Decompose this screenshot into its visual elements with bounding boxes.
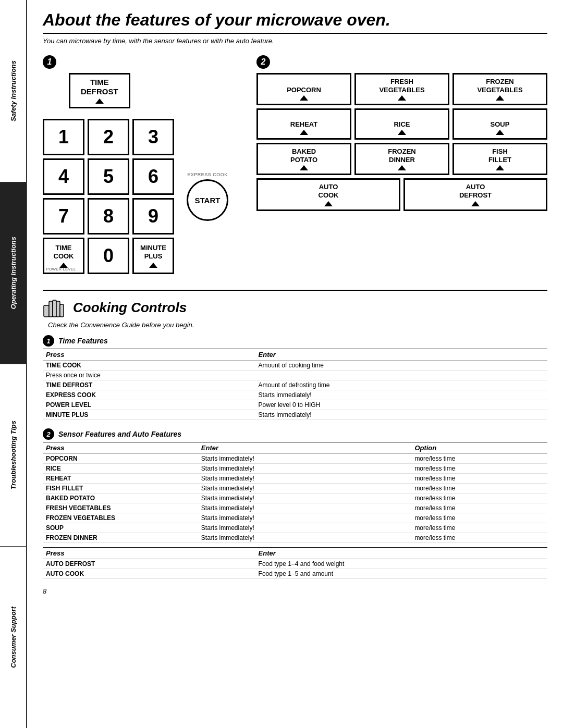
- auto-cook-enter: Food type 1–5 and amount: [255, 569, 547, 579]
- s-rice-press: RICE: [43, 464, 198, 474]
- s-frozen-veg-option: more/less time: [411, 513, 547, 523]
- key-7[interactable]: 7: [43, 198, 84, 235]
- row-time-defrost-enter: Amount of defrosting time: [255, 380, 547, 390]
- table-row: FRESH VEGETABLES Starts immediately! mor…: [43, 503, 547, 513]
- sensor-row-3: BAKEDPOTATO FROZENDINNER FISHFILLET: [256, 143, 547, 175]
- auto-defrost-press: AUTO DEFROST: [43, 559, 255, 569]
- key-minute-plus[interactable]: MINUTEPLUS: [132, 238, 174, 274]
- sidebar-troubleshooting: Troubleshooting Tips: [0, 364, 26, 547]
- s-reheat-press: REHEAT: [43, 474, 198, 484]
- time-cook-label: TIMECOOK: [54, 244, 74, 260]
- page-number: 8: [43, 587, 547, 595]
- sensor-features-table: Press Enter Option POPCORN Starts immedi…: [43, 442, 547, 543]
- fresh-veg-label: FRESHVEGETABLES: [379, 78, 424, 94]
- time-defrost-label: TIMEDEFROST: [81, 78, 118, 96]
- sidebar-consumer: Consumer Support: [0, 547, 26, 729]
- s-fish-enter: Starts immediately!: [198, 484, 412, 493]
- sensor-auto-cook[interactable]: AUTOCOOK: [256, 178, 400, 211]
- sensor-option-header: Option: [411, 442, 547, 454]
- key-1[interactable]: 1: [43, 119, 84, 155]
- sensor-fish-fillet[interactable]: FISHFILLET: [452, 143, 547, 175]
- sensor-rice[interactable]: RICE: [354, 108, 449, 140]
- svg-rect-0: [44, 305, 49, 317]
- key-time-cook[interactable]: POWER LEVEL TIMECOOK: [43, 238, 84, 274]
- table-row: POWER LEVEL Power level 0 to HIGH: [43, 400, 547, 410]
- s-fish-press: FISH FILLET: [43, 484, 198, 493]
- baked-potato-label: BAKEDPOTATO: [290, 147, 317, 164]
- reheat-label: REHEAT: [290, 120, 317, 129]
- key-6[interactable]: 6: [132, 158, 174, 195]
- sensor-frozen-veg[interactable]: FROZENVEGETABLES: [452, 73, 547, 105]
- auto-cook-press: AUTO COOK: [43, 569, 255, 579]
- row-express-cook-enter: Starts immediately!: [255, 390, 547, 400]
- row-power-level-enter: Power level 0 to HIGH: [255, 400, 547, 410]
- sidebar-safety: Safety Instructions: [0, 0, 26, 182]
- key-8[interactable]: 8: [88, 198, 129, 235]
- auto-cook-label: AUTOCOOK: [319, 183, 339, 199]
- key-5[interactable]: 5: [88, 158, 129, 195]
- time-features-section: 1 Time Features Press Enter TIME COOK Am…: [43, 335, 547, 420]
- row-minute-plus-press: MINUTE PLUS: [43, 410, 255, 420]
- sensor-enter-header: Enter: [198, 442, 412, 454]
- s-frozen-dinner-option: more/less time: [411, 533, 547, 543]
- frozen-dinner-label: FROZENDINNER: [388, 147, 415, 164]
- time-features-table: Press Enter TIME COOK Amount of cooking …: [43, 349, 547, 420]
- sensor-soup[interactable]: SOUP: [452, 108, 547, 140]
- start-button[interactable]: START: [187, 179, 228, 221]
- row-minute-plus-enter: Starts immediately!: [255, 410, 547, 420]
- table-row: EXPRESS COOK Starts immediately!: [43, 390, 547, 400]
- row-time-defrost-press: TIME DEFROST: [43, 380, 255, 390]
- sensor-auto-defrost[interactable]: AUTODEFROST: [403, 178, 547, 211]
- badge-2: 2: [256, 55, 270, 69]
- svg-rect-3: [56, 301, 60, 317]
- sidebar: Safety Instructions Operating Instructio…: [0, 0, 27, 728]
- key-0[interactable]: 0: [88, 238, 129, 274]
- s-fresh-veg-enter: Starts immediately!: [198, 503, 412, 513]
- key-2[interactable]: 2: [88, 119, 129, 155]
- row-express-cook-press: EXPRESS COOK: [43, 390, 255, 400]
- time-defrost-button[interactable]: TIMEDEFROST: [69, 73, 130, 108]
- s-frozen-veg-enter: Starts immediately!: [198, 513, 412, 523]
- time-defrost-arrow: [95, 98, 104, 104]
- frozen-dinner-arrow: [398, 165, 406, 170]
- s-baked-option: more/less time: [411, 493, 547, 503]
- row-press-once-press: Press once or twice: [43, 371, 255, 380]
- hand-icon: [43, 296, 66, 319]
- table-row: SOUP Starts immediately! more/less time: [43, 523, 547, 533]
- s-soup-press: SOUP: [43, 523, 198, 533]
- s-soup-option: more/less time: [411, 523, 547, 533]
- right-controls: 2 POPCORN FRESHVEGETABLES FROZENVEGETABL…: [256, 55, 547, 274]
- table-row: REHEAT Starts immediately! more/less tim…: [43, 474, 547, 484]
- start-label: START: [195, 196, 221, 205]
- sensor-fresh-veg[interactable]: FRESHVEGETABLES: [354, 73, 449, 105]
- row-power-level-press: POWER LEVEL: [43, 400, 255, 410]
- sensor-popcorn[interactable]: POPCORN: [256, 73, 351, 105]
- time-press-header: Press: [43, 349, 255, 361]
- key-4[interactable]: 4: [43, 158, 84, 195]
- sensor-frozen-dinner[interactable]: FROZENDINNER: [354, 143, 449, 175]
- fish-fillet-arrow: [496, 165, 504, 170]
- minute-plus-label: MINUTEPLUS: [140, 244, 166, 260]
- popcorn-label: POPCORN: [287, 86, 321, 94]
- sensor-reheat[interactable]: REHEAT: [256, 108, 351, 140]
- key-9[interactable]: 9: [132, 198, 174, 235]
- s-frozen-dinner-enter: Starts immediately!: [198, 533, 412, 543]
- auto-defrost-enter: Food type 1–4 and food weight: [255, 559, 547, 569]
- sensor-features-header: 2 Sensor Features and Auto Features: [43, 428, 547, 440]
- key-3[interactable]: 3: [132, 119, 174, 155]
- page-title: About the features of your microwave ove…: [43, 10, 547, 34]
- s-frozen-dinner-press: FROZEN DINNER: [43, 533, 198, 543]
- sidebar-operating: Operating Instructions: [0, 182, 26, 365]
- s-soup-enter: Starts immediately!: [198, 523, 412, 533]
- sensor-row-4: AUTOCOOK AUTODEFROST: [256, 178, 547, 211]
- sensor-baked-potato[interactable]: BAKEDPOTATO: [256, 143, 351, 175]
- s-popcorn-option: more/less time: [411, 454, 547, 464]
- s-popcorn-enter: Starts immediately!: [198, 454, 412, 464]
- keypad-grid: 1 2 3 4 5 6 7 8 9: [43, 119, 174, 235]
- s-frozen-veg-press: FROZEN VEGETABLES: [43, 513, 198, 523]
- table-row: BAKED POTATO Starts immediately! more/le…: [43, 493, 547, 503]
- auto-cook-arrow: [324, 201, 333, 206]
- sensor-row-2: REHEAT RICE SOUP: [256, 108, 547, 140]
- controls-area: 1 TIMEDEFROST 1 2 3 4 5: [43, 55, 547, 274]
- express-cook-label: EXPRESS COOK: [187, 172, 228, 177]
